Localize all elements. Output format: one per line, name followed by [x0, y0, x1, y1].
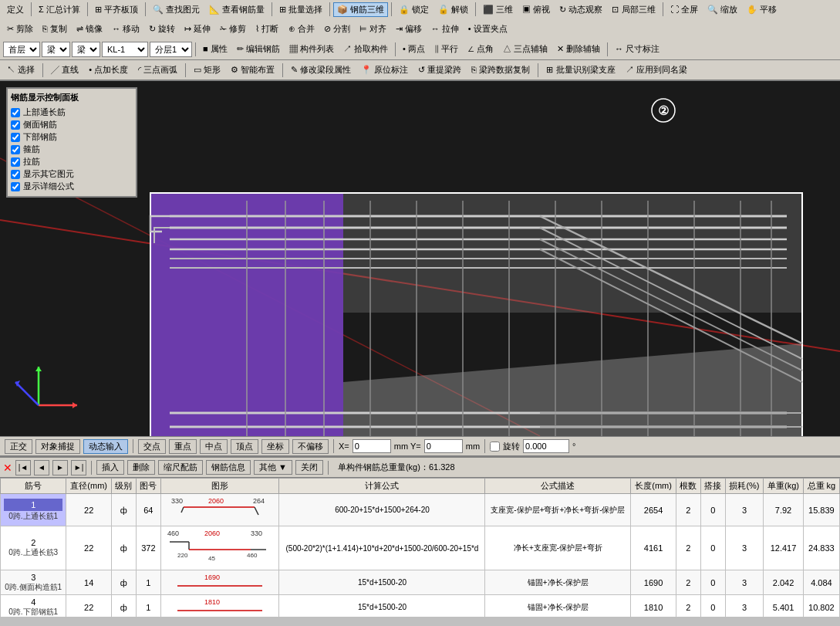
cell-grade-2: ф	[111, 526, 136, 570]
toolbar-move[interactable]: ↔ 移动	[108, 22, 143, 36]
intersection-btn[interactable]: 交点	[138, 439, 166, 454]
toolbar-3d[interactable]: ⬛ 三维	[479, 2, 517, 17]
x-mm-label: mm Y=	[394, 442, 421, 451]
toolbar-dynamic-observe[interactable]: ↻ 动态观察	[555, 2, 606, 17]
toolbar-two-point[interactable]: • 两点	[399, 42, 429, 56]
toolbar-fullscreen[interactable]: ⛶ 全屏	[666, 2, 702, 17]
toolbar-del-aux[interactable]: ✕ 删除辅轴	[553, 42, 604, 56]
toolbar-re-extract-span[interactable]: ↺ 重提梁跨	[414, 63, 465, 77]
rotate-checkbox[interactable]	[490, 442, 500, 452]
toolbar-row-4: ↖ 选择 ╱ 直线 • 点加长度 ◜ 三点画弧 ▭ 矩形 ⚙ 智能布置 ✎ 修改…	[0, 60, 840, 80]
toolbar-rebar-3d[interactable]: 📦 钢筋三维	[333, 2, 388, 17]
toolbar-mirror[interactable]: ⇌ 镜像	[73, 22, 106, 36]
toolbar-batch-identify[interactable]: ⊞ 批量识别梁支座	[542, 63, 619, 77]
nav-next-btn[interactable]: ►	[52, 460, 68, 475]
coord-btn[interactable]: 坐标	[261, 439, 289, 454]
other-btn[interactable]: 其他 ▼	[254, 460, 292, 475]
toolbar-cut[interactable]: ✂ 剪除	[3, 22, 37, 36]
rebar-checkbox-side[interactable]	[11, 120, 20, 130]
toolbar-merge[interactable]: ⊕ 合并	[285, 22, 319, 36]
rebar-info-btn[interactable]: 钢筋信息	[206, 460, 251, 475]
endpoint-btn[interactable]: 顶点	[231, 439, 258, 454]
toolbar-row-3: 首层 梁 梁 KL-1 分层1 ■ 属性 ✏ 编辑钢筋 ▦ 构件列表 ↗ 拾取构…	[0, 39, 840, 60]
toolbar-set-grip[interactable]: • 设置夹点	[464, 22, 511, 36]
toolbar-copy[interactable]: ⎘ 复制	[39, 22, 71, 36]
toolbar-dimension[interactable]: ↔ 尺寸标注	[611, 42, 663, 56]
toolbar-point-angle[interactable]: ∠ 点角	[464, 42, 498, 56]
x-input[interactable]	[353, 439, 391, 453]
toolbar-level-board[interactable]: ⊞ 平齐板顶	[91, 2, 142, 17]
toolbar-batch-select[interactable]: ⊞ 批量选择	[275, 2, 326, 17]
toolbar-member-list[interactable]: ▦ 构件列表	[285, 42, 338, 56]
table-row[interactable]: 3 0跨.侧面构造筋1 14 ф 1 1690 15*d+1500-20 锚固+…	[1, 570, 840, 595]
toolbar-modify-segment[interactable]: ✎ 修改梁段属性	[287, 63, 355, 77]
toolbar-edit-rebar[interactable]: ✏ 编辑钢筋	[233, 42, 284, 56]
rotate-input[interactable]	[523, 439, 569, 453]
toolbar-break[interactable]: ⌇ 打断	[251, 22, 282, 36]
no-offset-btn[interactable]: 不偏移	[292, 439, 329, 454]
toolbar-align[interactable]: ⊨ 对齐	[356, 22, 390, 36]
toolbar-local-3d[interactable]: ⊡ 局部三维	[608, 2, 659, 17]
toolbar-unlock[interactable]: 🔓 解锁	[434, 2, 472, 17]
toolbar-select[interactable]: ↖ 选择	[3, 63, 39, 77]
toolbar-three-point-aux[interactable]: △ 三点辅轴	[499, 42, 552, 56]
close-btn[interactable]: 关闭	[295, 460, 323, 475]
toolbar-three-point-arc[interactable]: ◜ 三点画弧	[134, 63, 181, 77]
svg-line-51	[255, 507, 258, 515]
member-name-select[interactable]: 梁	[72, 42, 100, 57]
cell-splice-1: 0	[700, 494, 725, 526]
nav-first-btn[interactable]: |◄	[15, 460, 31, 475]
toolbar-original-mark[interactable]: 📍 原位标注	[357, 63, 412, 77]
scale-rebar-btn[interactable]: 缩尺配筋	[158, 460, 203, 475]
rebar-checkbox-top-continuous[interactable]	[11, 108, 20, 117]
toolbar-split[interactable]: ⊘ 分割	[320, 22, 354, 36]
toolbar-rectangle[interactable]: ▭ 矩形	[190, 63, 224, 77]
dynamic-input-btn[interactable]: 动态输入	[83, 439, 128, 454]
rebar-checkbox-bottom[interactable]	[11, 133, 20, 142]
rebar-checkbox-other[interactable]	[11, 170, 20, 179]
toolbar-parallel[interactable]: ∥ 平行	[430, 42, 462, 56]
table-row[interactable]: 2 0跨.上通长筋3 22 ф 372 460 2060 330	[1, 526, 840, 570]
rebar-checkbox-tie[interactable]	[11, 157, 20, 167]
toolbar-rotate[interactable]: ↻ 旋转	[145, 22, 179, 36]
nav-prev-btn[interactable]: ◄	[34, 460, 49, 475]
snap-btn[interactable]: 对象捕捉	[35, 439, 80, 454]
member-id-select[interactable]: KL-1	[102, 42, 148, 57]
table-row[interactable]: 1 0跨.上通长筋1 22 ф 64 330 2060 264	[1, 494, 840, 526]
insert-btn[interactable]: 插入	[96, 460, 124, 475]
toolbar-trim[interactable]: ✁ 修剪	[216, 22, 250, 36]
toolbar-point-length[interactable]: • 点加长度	[85, 63, 132, 77]
toolbar-view-rebar[interactable]: 📐 查看钢筋量	[205, 2, 268, 17]
toolbar-offset[interactable]: ⇥ 偏移	[392, 22, 426, 36]
toolbar-find-element[interactable]: 🔍 查找图元	[149, 2, 204, 17]
toolbar-define[interactable]: 定义	[3, 2, 28, 17]
y-input[interactable]	[424, 439, 463, 453]
rebar-checkbox-detail-formula[interactable]	[11, 182, 20, 191]
sublayer-select[interactable]: 分层1	[150, 42, 192, 57]
member-type-select[interactable]: 梁	[42, 42, 70, 57]
toolbar-apply-same-name[interactable]: ↗ 应用到同名梁	[622, 63, 691, 77]
toolbar-span-data-copy[interactable]: ⎘ 梁跨数据复制	[467, 63, 534, 77]
toolbar-top-view[interactable]: ▣ 俯视	[518, 2, 554, 17]
toolbar-summary[interactable]: Σ 汇总计算	[35, 2, 84, 17]
cell-count-2: 2	[676, 526, 700, 570]
toolbar-stretch[interactable]: ↔ 拉伸	[427, 22, 463, 36]
delete-btn[interactable]: 删除	[127, 460, 155, 475]
close-x-icon[interactable]: ✕	[3, 462, 12, 474]
toolbar-smart-layout[interactable]: ⚙ 智能布置	[227, 63, 278, 77]
toolbar-lock[interactable]: 🔒 锁定	[395, 2, 433, 17]
midpoint2-btn[interactable]: 中点	[200, 439, 228, 454]
table-row[interactable]: 4 0跨.下部钢筋1 22 ф 1 1810 15*d+1500-20 锚固+净…	[1, 595, 840, 618]
viewport-3d[interactable]: ② 钢筋显示控制面板 上部通长筋 侧面钢筋 下部钢筋	[0, 81, 840, 436]
nav-last-btn[interactable]: ►|	[71, 460, 86, 475]
toolbar-property[interactable]: ■ 属性	[199, 42, 231, 56]
ortho-btn[interactable]: 正交	[5, 439, 32, 454]
toolbar-pan[interactable]: ✋ 平移	[743, 2, 781, 17]
toolbar-zoom[interactable]: 🔍 缩放	[703, 2, 741, 17]
toolbar-pick-member[interactable]: ↗ 拾取构件	[339, 42, 392, 56]
toolbar-line[interactable]: ╱ 直线	[47, 63, 83, 77]
toolbar-extend[interactable]: ↦ 延伸	[180, 22, 214, 36]
rebar-checkbox-stirrup[interactable]	[11, 145, 20, 154]
layer-select[interactable]: 首层	[3, 42, 40, 57]
midpoint-btn[interactable]: 重点	[169, 439, 197, 454]
